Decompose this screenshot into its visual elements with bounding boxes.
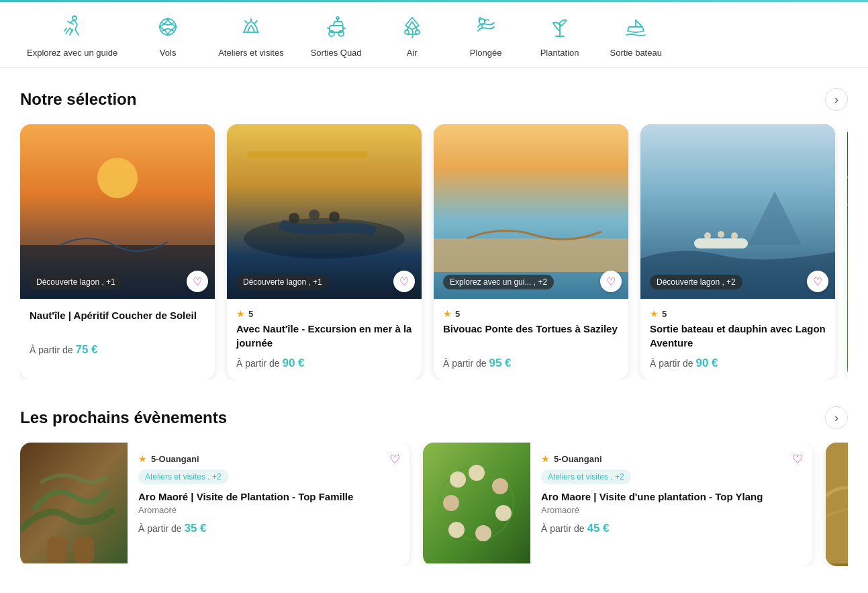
svg-point-41 — [450, 471, 466, 488]
svg-rect-16 — [227, 124, 422, 299]
selection-title: Notre sélection — [20, 90, 136, 109]
boat-icon — [619, 10, 653, 44]
plant-icon — [543, 10, 577, 44]
event-card-3-partial — [826, 443, 848, 566]
card-1-badge: Découverte lagon , +1 — [30, 275, 122, 289]
svg-point-38 — [475, 525, 491, 541]
event-1-heart[interactable]: ♡ — [389, 452, 400, 467]
card-2-badge: Découverte lagon , +1 — [236, 275, 329, 289]
selection-card-5-partial: Quad , +2 ★ 4 — [847, 124, 848, 379]
nav-label-bateau: Sortie bateau — [610, 48, 662, 58]
svg-point-35 — [469, 465, 485, 481]
svg-rect-15 — [20, 245, 215, 299]
svg-point-19 — [289, 213, 299, 224]
event-2-price: À partir de 45 € — [541, 522, 802, 535]
events-title: Les prochains évènements — [20, 408, 227, 427]
event-1-location: 5-Ouangani — [151, 454, 199, 464]
nav-label-plongee: Plongée — [470, 48, 502, 58]
svg-point-0 — [73, 16, 77, 20]
event-1-image — [20, 443, 128, 566]
svg-point-37 — [495, 505, 512, 521]
main-content: Notre sélection › — [0, 68, 868, 580]
card-2-image: Découverte lagon , +1 ♡ — [227, 124, 422, 299]
svg-rect-17 — [247, 151, 368, 158]
svg-point-21 — [329, 212, 340, 222]
category-nav: Explorez avec un guide Vols Ateliers et — [0, 2, 868, 68]
card-4-title: Sortie bateau et dauphin avec Lagon Aven… — [650, 322, 826, 350]
event-1-location-row: ★ 5-Ouangani — [138, 453, 399, 464]
svg-rect-31 — [47, 537, 67, 563]
event-2-org: Aromaoré — [541, 505, 802, 515]
nav-item-explorer[interactable]: Explorez avec un guide — [13, 2, 131, 67]
event-2-tag: Ateliers et visites , +2 — [541, 469, 631, 484]
nav-item-ateliers[interactable]: Ateliers et visites — [205, 2, 297, 67]
nav-label-quad: Sorties Quad — [311, 48, 362, 58]
card-2-heart[interactable]: ♡ — [393, 271, 415, 292]
card-3-price: À partir de 95 € — [443, 357, 619, 370]
selection-next-button[interactable]: › — [825, 88, 848, 111]
nav-label-explorer: Explorez avec un guide — [27, 48, 117, 58]
nav-item-air[interactable]: Air — [375, 2, 449, 67]
nav-label-air: Air — [407, 48, 418, 58]
card-1-price: À partir de 75 € — [30, 343, 205, 357]
nav-item-vols[interactable]: Vols — [131, 2, 205, 67]
svg-point-14 — [97, 158, 138, 198]
card-2-price: À partir de 90 € — [236, 357, 412, 370]
card-3-badge: Explorez avec un gui... , +2 — [443, 275, 554, 289]
svg-rect-42 — [826, 443, 848, 563]
svg-point-39 — [448, 522, 465, 538]
event-2-body: ★ 5-Ouangani Ateliers et visites , +2 Ar… — [530, 443, 812, 566]
nav-item-plantation[interactable]: Plantation — [523, 2, 597, 67]
event-2-location-row: ★ 5-Ouangani — [541, 453, 802, 464]
svg-point-27 — [718, 231, 724, 238]
event-1-body: ★ 5-Ouangani Ateliers et visites , +2 Ar… — [128, 443, 409, 566]
card-4-heart[interactable]: ♡ — [807, 271, 828, 292]
card-1-heart[interactable]: ♡ — [187, 271, 208, 292]
card-1-image: Découverte lagon , +1 ♡ — [20, 124, 215, 299]
selection-card-3: Explorez avec un gui... , +2 ♡ ★ 5 Bivou… — [434, 124, 628, 379]
event-2-title: Aro Maore | Visite d'une plantation - To… — [541, 491, 802, 502]
svg-rect-32 — [74, 537, 94, 563]
svg-rect-25 — [694, 238, 748, 248]
event-1-title: Aro Maoré | Visite de Plantation - Top F… — [138, 491, 399, 502]
event-2-tags: Ateliers et visites , +2 — [541, 469, 802, 484]
nav-label-ateliers: Ateliers et visites — [218, 48, 284, 58]
event-card-1: ★ 5-Ouangani Ateliers et visites , +2 Ar… — [20, 443, 409, 566]
svg-point-28 — [731, 232, 738, 239]
quad-icon — [320, 10, 353, 44]
event-1-price: À partir de 35 € — [138, 522, 399, 535]
events-next-button[interactable]: › — [825, 406, 848, 429]
event-cards-row: ★ 5-Ouangani Ateliers et visites , +2 Ar… — [20, 443, 848, 566]
svg-rect-22 — [434, 124, 628, 299]
event-1-star: ★ — [138, 453, 147, 464]
event-2-star: ★ — [541, 453, 550, 464]
event-2-heart[interactable]: ♡ — [792, 452, 803, 467]
card-1-title: Naut'île | Apéritif Coucher de Soleil — [30, 308, 205, 336]
svg-point-36 — [492, 478, 508, 494]
selection-card-2: Découverte lagon , +1 ♡ ★ 5 Avec Naut'îl… — [227, 124, 422, 379]
nav-label-plantation: Plantation — [540, 48, 579, 58]
svg-point-26 — [704, 232, 711, 239]
card-4-image: Découverte lagon , +2 ♡ — [640, 124, 835, 299]
nav-item-plongee[interactable]: Plongée — [449, 2, 523, 67]
nav-item-sortie-bateau[interactable]: Sortie bateau — [597, 2, 675, 67]
event-2-location: 5-Ouangani — [554, 454, 602, 464]
card-3-image: Explorez avec un gui... , +2 ♡ — [434, 124, 628, 299]
card-4-badge: Découverte lagon , +2 — [650, 275, 742, 289]
card-3-title: Bivouac Ponte des Tortues à Saziley — [443, 322, 619, 350]
svg-point-6 — [336, 17, 339, 19]
events-section-header: Les prochains évènements › — [20, 406, 848, 429]
card-3-heart[interactable]: ♡ — [600, 271, 622, 292]
event-1-tag: Ateliers et visites , +2 — [138, 469, 228, 484]
nav-item-sorties-quad[interactable]: Sorties Quad — [297, 2, 375, 67]
svg-point-40 — [443, 495, 459, 511]
selection-cards-row: Découverte lagon , +1 ♡ Naut'île | Apéri… — [20, 124, 848, 379]
event-1-tags: Ateliers et visites , +2 — [138, 469, 399, 484]
event-1-org: Aromaoré — [138, 505, 399, 515]
svg-point-8 — [416, 30, 420, 34]
event-2-image — [423, 443, 530, 566]
diving-icon — [469, 10, 503, 44]
card-4-price: À partir de 90 € — [650, 357, 826, 370]
card-4-stars: ★ 5 — [650, 308, 826, 319]
hiker-icon — [56, 10, 89, 44]
